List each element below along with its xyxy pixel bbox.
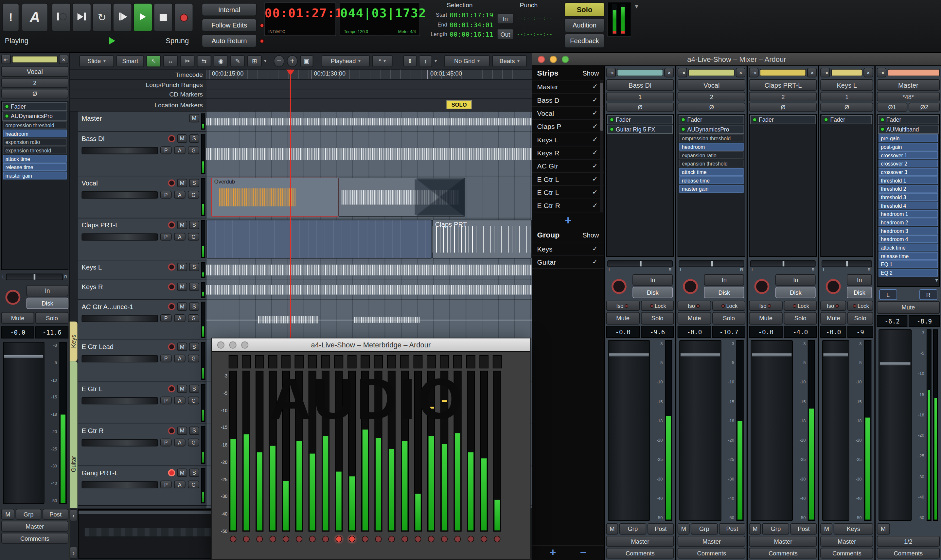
record-arm-icon[interactable]	[168, 469, 176, 476]
ruler-lanes[interactable]: 00:01:15:00 00:01:30:00 00:01:45:00 SOLO	[206, 70, 532, 112]
location-markers-ruler[interactable]: SOLO	[206, 99, 532, 112]
record-arm-button[interactable]	[679, 279, 702, 294]
strip-name-button[interactable]: Vocal	[1, 66, 68, 77]
plugin-control[interactable]: ompression threshold	[3, 122, 66, 129]
solo-isolate-button[interactable]: Iso	[821, 301, 846, 311]
plugin-control[interactable]: attack time	[878, 244, 938, 252]
processor-box[interactable]: Fader	[749, 114, 817, 257]
goto-end-button[interactable]	[72, 3, 91, 32]
loop-button[interactable]: ↻	[92, 3, 112, 32]
summary-scroll-right-button[interactable]: ›	[70, 546, 77, 559]
input-button[interactable]: In	[26, 285, 68, 296]
plugin-control[interactable]: release time	[878, 252, 938, 260]
strip-shrink-button[interactable]: ⇥	[606, 68, 616, 77]
selection-length[interactable]: 00:00:16:11	[450, 31, 493, 38]
record-arm-button[interactable]	[750, 279, 773, 294]
record-arm-button[interactable]	[362, 536, 368, 542]
plugin-control[interactable]: release time	[679, 176, 744, 184]
playlist-button[interactable]: P	[160, 314, 172, 322]
track-name[interactable]: E Gtr R	[82, 427, 166, 434]
strips-list-item[interactable]: AC Gtr✓	[532, 160, 604, 173]
mouse-mode-chevron-icon[interactable]: ▾	[264, 58, 266, 64]
processor-fader[interactable]: Fader	[822, 115, 872, 124]
metering-point-button[interactable]: M	[821, 523, 833, 534]
zoom-in-button[interactable]: +	[287, 55, 298, 67]
track-mute-button[interactable]: M	[177, 385, 187, 393]
track-lane-vocal[interactable]: Overdub	[206, 176, 532, 218]
solo-isolate-button[interactable]: Iso	[606, 301, 640, 311]
phase-invert-button[interactable]: Ø	[678, 103, 745, 112]
record-arm-button[interactable]	[822, 279, 845, 294]
remove-group-button[interactable]: −	[580, 546, 586, 559]
gain-display[interactable]: -0.0	[678, 326, 711, 338]
plugin-control[interactable]: headroom	[3, 129, 66, 137]
plugin-control[interactable]: threshold 4	[878, 202, 938, 209]
plugin-control[interactable]: post-gain	[878, 143, 938, 151]
edit-point-dropdown[interactable]: *▾	[372, 55, 392, 67]
secondary-clock[interactable]: 044|03|1732 Tempo 120.0 Meter 4/4	[340, 2, 420, 36]
gain-display[interactable]: -0.0	[1, 326, 34, 338]
metering-point-button[interactable]: M	[1, 509, 14, 520]
processor-led[interactable]	[753, 117, 757, 122]
input-button[interactable]: In	[775, 274, 816, 286]
track-name[interactable]: E Gtr Lead	[82, 343, 166, 350]
plugin-control[interactable]: headroom 2	[878, 218, 938, 226]
ruler-label-loop-punch[interactable]: Loop/Punch Ranges	[70, 80, 206, 89]
audition-mode-button[interactable]: ◉	[214, 55, 228, 67]
output-button[interactable]: Master	[749, 536, 817, 546]
strip-close-button[interactable]: ×	[59, 55, 68, 64]
strip-shrink-button[interactable]: ⇥	[821, 68, 830, 77]
strip-number-button[interactable]: 2	[678, 92, 745, 102]
track-solo-button[interactable]: S	[189, 468, 199, 477]
processor-box[interactable]: Fader AUMultiband pre-gain post-gain cro…	[876, 114, 940, 286]
playlist-button[interactable]: P	[160, 397, 172, 404]
solo-button[interactable]: Solo	[784, 312, 817, 325]
record-arm-icon[interactable]	[168, 385, 176, 392]
input-button[interactable]: In	[633, 274, 673, 286]
plugin-control[interactable]: threshold 2	[878, 185, 938, 193]
sync-source-button[interactable]: Internal	[202, 3, 257, 16]
plugin-control[interactable]: crossover 3	[878, 168, 938, 176]
strips-list-item[interactable]: E Gtr L✓	[532, 186, 604, 199]
record-arm-icon[interactable]	[168, 303, 176, 310]
record-arm-button[interactable]	[468, 536, 474, 542]
track-header-bass-di[interactable]: Bass DIMS PAG	[78, 132, 206, 177]
strip-name-button[interactable]: Master	[876, 79, 940, 91]
play-button[interactable]	[133, 3, 152, 32]
region-claps-empty[interactable]	[206, 220, 432, 258]
record-arm-button[interactable]	[454, 536, 460, 542]
processor-led[interactable]	[610, 117, 614, 122]
track-gain-slider[interactable]	[82, 355, 158, 362]
disk-button[interactable]: Disk	[26, 298, 68, 309]
processor-led[interactable]	[610, 127, 614, 131]
processor-plugin[interactable]: AUMultiband	[878, 125, 939, 134]
group-button[interactable]: Grp	[691, 523, 718, 534]
track-name[interactable]: Keys L	[82, 263, 166, 271]
track-name[interactable]: Vocal	[82, 179, 166, 186]
input-button[interactable]: In	[704, 274, 744, 286]
plugin-control[interactable]: EQ 1	[878, 260, 938, 268]
plugin-control[interactable]: EQ 2	[878, 269, 938, 277]
record-arm-button[interactable]	[230, 536, 236, 542]
playlist-button[interactable]: P	[160, 480, 172, 488]
track-header-master[interactable]: MasterM	[78, 112, 206, 132]
track-mute-button[interactable]: M	[177, 302, 187, 311]
close-button[interactable]	[217, 341, 225, 348]
processor-fader[interactable]: Fader	[2, 102, 67, 111]
record-arm-button[interactable]	[607, 279, 630, 294]
track-lane-claps[interactable]: Claps PRT	[206, 218, 532, 260]
strip-close-button[interactable]: ×	[864, 68, 873, 77]
post-button[interactable]: Post	[790, 523, 817, 534]
group-button[interactable]: Grp	[619, 523, 646, 534]
strip-name-button[interactable]: Claps PRT-L	[749, 79, 817, 91]
strips-list-item[interactable]: Keys L✓	[532, 133, 604, 146]
gain-display[interactable]: -6.2	[876, 315, 908, 327]
track-gain-slider[interactable]	[82, 191, 158, 198]
metering-point-button[interactable]: M	[876, 523, 890, 534]
group-button[interactable]: G	[188, 480, 199, 488]
track-solo-button[interactable]: S	[189, 343, 199, 351]
playlist-button[interactable]: P	[160, 355, 172, 362]
plugin-control[interactable]: release time	[3, 163, 66, 171]
solo-isolate-button[interactable]: Iso	[678, 301, 711, 311]
track-solo-button[interactable]: S	[189, 263, 199, 271]
